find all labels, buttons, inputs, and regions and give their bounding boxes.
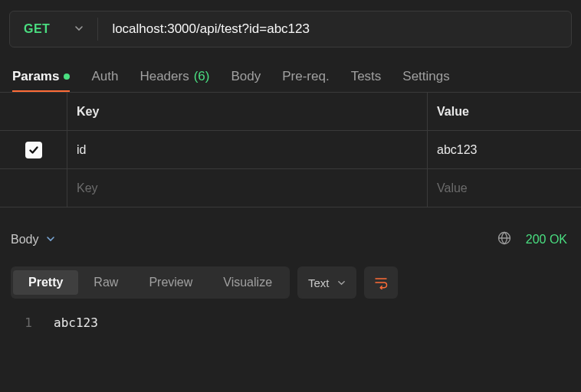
wrap-lines-button[interactable] [364, 266, 398, 299]
active-indicator-dot [64, 74, 70, 80]
check-icon [28, 145, 39, 155]
format-visualize-button[interactable]: Visualize [208, 270, 287, 295]
header-check-cell [0, 93, 67, 130]
tab-label: Headers [140, 69, 189, 84]
wrap-icon [373, 276, 389, 289]
content-type-label: Text [308, 276, 330, 289]
tab-headers[interactable]: Headers (6) [140, 69, 209, 84]
format-pretty-button[interactable]: Pretty [13, 270, 78, 295]
chevron-down-icon [46, 233, 55, 247]
chevron-down-icon [337, 276, 346, 289]
response-status-group: 200 OK [497, 230, 567, 248]
globe-icon[interactable] [497, 230, 512, 248]
param-value-input[interactable]: Value [428, 169, 581, 207]
table-header-row: Key Value [0, 93, 581, 131]
status-code: 200 OK [526, 233, 567, 247]
table-row: id abc123 [0, 131, 581, 169]
request-tabs: Params Auth Headers (6) Body Pre-req. Te… [0, 47, 581, 84]
param-key-input[interactable]: Key [67, 169, 428, 207]
param-key-input[interactable]: id [67, 131, 428, 168]
tab-label: Params [12, 69, 59, 84]
header-value: Value [428, 93, 581, 130]
http-method-label: GET [24, 22, 50, 36]
tab-body[interactable]: Body [231, 69, 261, 84]
content-type-dropdown[interactable]: Text [297, 266, 356, 299]
format-preview-button[interactable]: Preview [133, 270, 208, 295]
tab-tests[interactable]: Tests [351, 69, 382, 84]
params-table: Key Value id abc123 Key Value [0, 92, 581, 207]
url-input[interactable] [98, 21, 571, 37]
header-key: Key [67, 93, 428, 130]
tab-auth[interactable]: Auth [91, 69, 118, 84]
tab-settings[interactable]: Settings [402, 69, 449, 84]
response-header-bar: Body 200 OK [0, 207, 581, 248]
param-checkbox[interactable] [25, 142, 42, 158]
line-number: 1 [9, 315, 32, 330]
response-body: 1 abc123 [0, 299, 581, 347]
request-url-bar: GET [9, 11, 572, 47]
response-format-bar: Pretty Raw Preview Visualize Text [0, 248, 581, 299]
chevron-down-icon [74, 24, 84, 35]
format-segmented: Pretty Raw Preview Visualize [11, 266, 290, 299]
param-value-input[interactable]: abc123 [428, 131, 581, 168]
row-check-cell [0, 169, 67, 207]
response-line: abc123 [54, 315, 98, 330]
format-raw-button[interactable]: Raw [78, 270, 133, 295]
http-method-dropdown[interactable]: GET [10, 11, 97, 47]
tab-prereq[interactable]: Pre-req. [282, 69, 329, 84]
table-row-empty: Key Value [0, 169, 581, 207]
response-section-dropdown[interactable]: Body [11, 233, 55, 247]
headers-count: (6) [194, 69, 210, 84]
tab-params[interactable]: Params [12, 69, 70, 84]
response-section-label: Body [11, 233, 38, 247]
row-check-cell [0, 131, 67, 168]
